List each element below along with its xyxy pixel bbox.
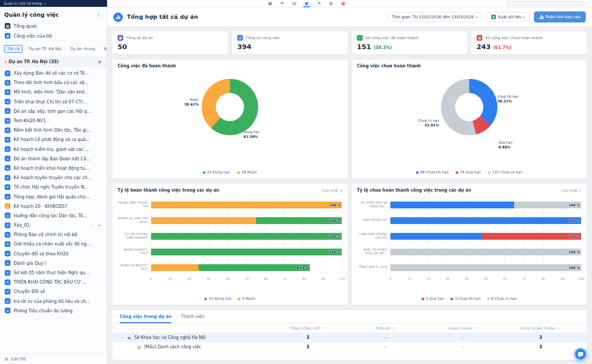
chat-fab-button[interactable] <box>574 348 587 360</box>
donut-ring[interactable] <box>441 79 497 135</box>
legend-item: 88 Chưa tới hạn <box>416 170 448 174</box>
bar-track[interactable]: 100 % <box>390 264 581 271</box>
bar-track[interactable]: 100 % <box>151 202 342 208</box>
sidebar-tab[interactable]: N <box>101 45 107 52</box>
app-nav-icon[interactable]: ◔ <box>317 2 321 6</box>
sidebar-project-item[interactable]: ≡Tổng hợp, đánh giá Hội quần chú... <box>0 192 107 201</box>
project-icon: ≡ <box>5 194 10 199</box>
sidebar-project-item[interactable]: ≡TRIỂN KHAI CÔNG TÁC BẦU CỬ ... <box>0 277 107 287</box>
bar-track[interactable]: 100 % <box>151 233 342 240</box>
app-frame: Quản lý công việc ⋮ ▦ Tổng quan ▤ Công v… <box>0 7 592 364</box>
add-project-icon[interactable]: + <box>98 59 102 65</box>
sidebar-project-item[interactable]: ≡Đề án sắp xếp, tinh gọn các Hội q... <box>0 107 107 116</box>
app-nav-icon[interactable]: ▤ <box>293 2 297 6</box>
sidebar-tab[interactable]: Dự án chung <box>68 45 98 52</box>
sidebar-project-item[interactable]: ≡trả lời cv của phòng dữ liệu và ch... <box>0 297 107 306</box>
axis-tick-label: 10 <box>168 277 172 280</box>
bar-row: 100 % <box>390 213 581 228</box>
admin-menu[interactable]: Quản trị viên hệ thống ▾ <box>0 0 107 7</box>
sidebar-project-item[interactable]: ≡Triển khai thực Chỉ thị số 07-CT/... <box>0 97 107 107</box>
bar-value-label: 100 % <box>329 234 341 238</box>
column-header[interactable]: TIẾN ĐỘ ↕ <box>347 326 425 330</box>
sidebar-title: Quản lý công việc <box>4 11 59 18</box>
sidebar-project-item[interactable]: ≡Tổ chức Hội nghị Tuyên truyền N... <box>0 182 107 192</box>
column-header[interactable]: CHƯA HOÀN THÀNH ↕ <box>502 326 580 330</box>
app-nav-icon[interactable]: ▣ <box>305 2 309 6</box>
sidebar-tab[interactable]: Dự án TP. Hà Nội <box>26 45 64 52</box>
project-label: Chuyển đổi số theo KH20 <box>14 251 102 256</box>
sort-control[interactable]: Cao nhất↓ <box>562 189 582 193</box>
sort-icon: ↕ <box>322 326 326 330</box>
bar-row: 100 % <box>151 213 342 228</box>
app-nav-icon[interactable]: ✉ <box>281 2 284 6</box>
bar-value-label: 83.4 % <box>296 266 309 269</box>
donut-label-name: Muộn <box>184 98 199 102</box>
app-nav-icon[interactable]: ▦ <box>268 2 272 6</box>
sidebar-project-item[interactable]: ≡Xây dựng Bản đồ số các cơ sở Tô... <box>0 68 107 78</box>
row-expander-icon[interactable]: – <box>120 335 124 340</box>
project-section-header[interactable]: ▾ Dự án TP. Hà Nội (35) + <box>0 56 107 67</box>
sidebar-project-item[interactable]: ≡Đánh giá Quý I <box>0 259 107 268</box>
sidebar-project-item[interactable]: ≡Đề án thành lập Ban Đoàn kết Cô... <box>0 154 107 163</box>
app-nav-icon[interactable]: ▥ <box>329 2 333 6</box>
bar-track[interactable]: 100 % <box>390 202 581 208</box>
project-icon: ≡ <box>5 118 10 124</box>
project-tasks-table-card: Công việc trong dự ánThành viên TỔNG CÔN… <box>112 310 587 360</box>
check-icon: ✓ <box>357 35 363 41</box>
sidebar-project-item[interactable]: ≡Xóa_01:– + <box>0 220 107 230</box>
bar-track[interactable]: 100 % <box>151 217 342 224</box>
bar-track[interactable]: 100 % <box>390 249 581 255</box>
sidebar-project-item[interactable]: ≡Mô hình, diễn hình "Dân vận khé... <box>0 87 107 97</box>
sidebar-project-item[interactable]: ≡Giới thiệu cá nhân xuất sắc đề ng... <box>0 239 107 249</box>
sidebar-project-item[interactable]: ≡Test-KH20-NV1 <box>0 116 107 125</box>
sidebar-item-my-tasks[interactable]: ▤ Công việc của tôi <box>0 31 107 41</box>
project-hover-actions[interactable]: – + <box>91 222 102 228</box>
more-options-icon[interactable]: ⋮ <box>95 12 102 17</box>
donut-label-percent: 53.91% <box>419 123 439 128</box>
organization-icon: ▦ <box>126 335 132 340</box>
sort-control[interactable]: Cao nhất↓ <box>322 189 342 193</box>
sidebar-project-item[interactable]: ≡Sơ kết 05 năm thực hiện Nghị qu... <box>0 268 107 277</box>
project-icon: ≡ <box>5 203 10 209</box>
bar-track[interactable]: 100 % <box>390 217 581 224</box>
sidebar-project-item[interactable]: ≡Kế hoạch Lễ phát động và ra quâ... <box>0 135 107 144</box>
sidebar-project-item[interactable]: ≡Kế hoạch 20 - KH/BCĐ57 <box>0 202 107 211</box>
topbar-search-input[interactable] <box>506 1 585 6</box>
sidebar-project-item[interactable]: ≡Kế hoạch triển khai hoạt động tu... <box>0 163 107 173</box>
bar-track[interactable]: 100 % <box>151 249 342 255</box>
bar-track[interactable]: 83.4 % <box>151 264 342 271</box>
table-tab[interactable]: Công việc trong dự án <box>120 314 171 323</box>
donut-label: Quá hạn9.88% <box>498 140 513 150</box>
sidebar-project-item[interactable]: ≡Chuyển Đổi số <box>0 287 107 296</box>
sidebar-project-item[interactable]: ≡Chuyển đổi số theo KH20 <box>0 249 107 259</box>
bar-track[interactable]: 100 % <box>390 233 581 240</box>
table-row[interactable]: –▦Sở Khoa học và Công nghệ Hà Nội3----3 <box>112 333 587 342</box>
sidebar-project-item[interactable]: ≡Theo dõi tình hình bầu cử các xã... <box>0 78 107 87</box>
sidebar-project-item[interactable]: ≡Kế hoạch tuyên truyền cho các ch... <box>0 173 107 182</box>
project-label: TRIỂN KHAI CÔNG TÁC BẦU CỬ ... <box>14 279 102 285</box>
sort-icon: ↕ <box>473 326 478 330</box>
archive-button[interactable]: ▤ Lưu trữ <box>0 354 107 364</box>
sort-icon: ↕ <box>391 326 396 330</box>
export-label: Xuất dữ liệu <box>498 15 521 19</box>
sidebar-tab[interactable]: Tất cả <box>4 45 22 53</box>
time-filter-dropdown[interactable]: Thời gian: Từ 12/02/2026 đến 13/03/2026 … <box>387 12 482 22</box>
axis-tick-label: 50 <box>245 277 249 280</box>
chart-title: Công việc chưa hoàn thành <box>357 64 582 68</box>
app-nav-icon[interactable]: ▦ <box>341 2 345 6</box>
export-data-button[interactable]: X Xuất dữ liệu ▾ <box>486 12 530 22</box>
donut-ring[interactable] <box>202 79 258 135</box>
column-header[interactable]: TỔNG CÔNG VIỆC ↕ <box>269 326 347 330</box>
sidebar-project-item[interactable]: ≡Phòng Bảo vệ chính trị nội bộ <box>0 230 107 239</box>
analyze-report-button[interactable]: Phân tích báo cáo <box>534 11 586 22</box>
sidebar-project-item[interactable]: ≡Hướng dẫn công tác Dân tộc, Tô... <box>0 211 107 220</box>
table-tab[interactable]: Thành viên <box>181 314 204 323</box>
sidebar-project-item[interactable]: ≡Phòng Tiêu chuẩn đo lường <box>0 306 107 315</box>
bar-plot: 100 %100 %100 %100 %100 % <box>390 197 582 275</box>
sidebar-project-item[interactable]: ≡Nắm bắt tình hình Dân tộc, Tôn gi... <box>0 125 107 135</box>
column-header[interactable]: HOÀN THÀNH ↕ <box>424 326 502 330</box>
page-title: Tổng hợp tất cả dự án <box>127 14 198 20</box>
sidebar-item-overview[interactable]: ▦ Tổng quan <box>0 21 107 31</box>
table-row[interactable]: ▤[Mẫu] Danh sách công việc3----3 <box>112 342 587 351</box>
sidebar-project-item[interactable]: ≡Kế hoạch kiểm tra, giám sát các ... <box>0 145 107 154</box>
